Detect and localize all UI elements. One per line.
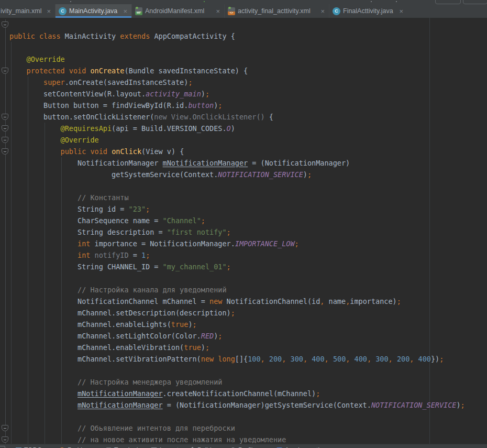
tool-window-bar: TODOProblemsTerminalLogcatBuildProfilerA… — [0, 444, 487, 448]
tab-close-icon[interactable]: × — [122, 8, 128, 15]
code-line[interactable]: @Override — [9, 134, 465, 146]
code-line[interactable]: // Константы — [9, 192, 465, 203]
code-line[interactable]: int importance = NotificationManager.IMP… — [9, 238, 465, 249]
tab-close-icon[interactable]: × — [319, 8, 326, 15]
run-configuration-button[interactable] — [435, 0, 461, 4]
tab-androidmanifest-xml[interactable]: MFAndroidManifest.xml× — [131, 4, 224, 18]
tab-label: AndroidManifest.xml — [145, 7, 204, 15]
code-line[interactable]: mChannel.enableVibration(true); — [9, 342, 465, 353]
java-class-icon: C — [333, 7, 340, 15]
code-line[interactable]: mChannel.setVibrationPattern(new long[]{… — [9, 353, 465, 365]
manifest-file-icon-text: MF — [135, 11, 142, 15]
code-line[interactable]: int notifyID = 1; — [9, 249, 465, 261]
code-line[interactable]: // Настройка менеджера уведомлений — [9, 376, 465, 388]
toolbar-icon — [204, 1, 205, 2]
code-line[interactable] — [9, 180, 465, 192]
code-line[interactable]: String id = "23"; — [9, 203, 465, 215]
tab-label: activity_final_acttivity.xml — [238, 7, 311, 15]
toolbar-icon — [396, 1, 397, 2]
layout-xml-file-icon-text: <> — [228, 11, 235, 15]
tab-label: ivity_main.xml — [1, 7, 42, 15]
layout-xml-file-icon: <> — [228, 7, 235, 15]
code-line[interactable]: // Обьявление интентов для переброски — [9, 422, 465, 434]
code-line[interactable] — [9, 365, 465, 376]
tab-close-icon[interactable]: × — [46, 8, 52, 15]
fold-marker-icon[interactable] — [2, 21, 8, 28]
tab-mainactivity-java[interactable]: CMainActivity.java× — [55, 4, 131, 18]
tool-window-stripe-icon[interactable] — [0, 446, 5, 448]
code-line[interactable]: @RequiresApi(api = Build.VERSION_CODES.O… — [9, 123, 465, 134]
code-line[interactable]: super.onCreate(savedInstanceState); — [9, 77, 465, 88]
code-line[interactable]: getSystemService(Context.NOTIFICATION_SE… — [9, 169, 465, 180]
device-selector-button[interactable] — [463, 0, 487, 4]
code-line[interactable]: mChannel.setDescription(description); — [9, 307, 465, 319]
code-line[interactable]: mNotificationManager = (NotificationMana… — [9, 399, 465, 411]
code-line[interactable] — [9, 272, 465, 284]
code-line[interactable]: mChannel.enableLights(true); — [9, 319, 465, 330]
code-line[interactable]: button.setOnClickListener(new View.OnCli… — [9, 111, 465, 123]
ide-window: ivity_main.xml×CMainActivity.java×MFAndr… — [0, 0, 487, 448]
code-line[interactable]: @Override — [9, 53, 465, 65]
code-line[interactable]: mChannel.setLightColor(Color.RED); — [9, 330, 465, 342]
code-line[interactable]: mNotificationManager.createNotificationC… — [9, 388, 465, 399]
tab-activity-final-acttivity-xml[interactable]: <>activity_final_acttivity.xml× — [224, 4, 329, 18]
fold-marker-icon[interactable] — [2, 137, 8, 143]
toolbar-icon — [70, 1, 71, 2]
fold-marker-icon[interactable] — [2, 425, 8, 431]
code-line[interactable]: NotificationManager mNotificationManager… — [9, 157, 465, 169]
code-line[interactable] — [9, 411, 465, 422]
code-line[interactable]: // Настройка канала для уведомлений — [9, 284, 465, 296]
code-line[interactable] — [9, 42, 465, 53]
fold-marker-icon[interactable] — [2, 114, 8, 120]
code-line[interactable]: public class MainActivity extends AppCom… — [9, 30, 465, 42]
code-line[interactable]: String CHANNEL_ID = "my_channel_01"; — [9, 261, 465, 272]
code-line[interactable]: Button button = findViewById(R.id.button… — [9, 100, 465, 111]
manifest-file-icon: MF — [135, 7, 142, 15]
fold-marker-icon[interactable] — [2, 68, 8, 74]
tab-close-icon[interactable]: × — [215, 8, 221, 15]
editor-tab-bar: ivity_main.xml×CMainActivity.java×MFAndr… — [0, 4, 487, 18]
code-line[interactable]: public void onClick(View v) { — [9, 146, 465, 157]
code-editor[interactable]: public class MainActivity extends AppCom… — [0, 18, 487, 448]
code-line[interactable]: setContentView(R.layout.activity_main); — [9, 88, 465, 100]
tab-ivity-main-xml[interactable]: ivity_main.xml× — [0, 4, 55, 18]
code-line[interactable]: CharSequence name = "Channel"; — [9, 215, 465, 226]
fold-marker-icon[interactable] — [2, 125, 8, 132]
gutter-fold-line — [5, 19, 6, 448]
java-class-icon: C — [59, 7, 67, 15]
toolbar-icon — [371, 1, 372, 2]
code-line[interactable]: protected void onCreate(Bundle savedInst… — [9, 65, 465, 77]
code-line[interactable]: NotificationChannel mChannel = new Notif… — [9, 296, 465, 307]
fold-marker-icon[interactable] — [2, 436, 8, 443]
tab-close-icon[interactable]: × — [398, 8, 404, 15]
fold-marker-icon[interactable] — [2, 148, 8, 155]
tab-label: FinalActtivity.java — [343, 7, 393, 15]
code-line[interactable]: String description = "first notify"; — [9, 226, 465, 238]
tab-label: MainActivity.java — [69, 7, 117, 15]
tab-finalacttivity-java[interactable]: CFinalActtivity.java× — [329, 4, 407, 18]
code-text-area[interactable]: public class MainActivity extends AppCom… — [9, 30, 465, 445]
